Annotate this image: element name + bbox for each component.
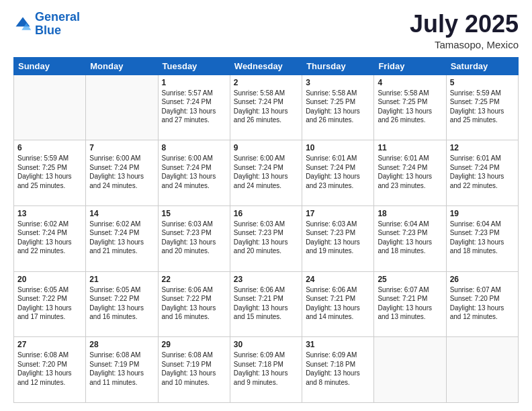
day-number: 25 bbox=[378, 275, 442, 284]
day-info: Sunrise: 6:01 AM Sunset: 7:24 PM Dayligh… bbox=[378, 154, 442, 190]
day-cell: 3Sunrise: 5:58 AM Sunset: 7:25 PM Daylig… bbox=[302, 75, 374, 140]
day-info: Sunrise: 5:58 AM Sunset: 7:24 PM Dayligh… bbox=[234, 89, 298, 125]
day-cell: 26Sunrise: 6:07 AM Sunset: 7:20 PM Dayli… bbox=[446, 271, 518, 337]
week-row-4: 20Sunrise: 6:05 AM Sunset: 7:22 PM Dayli… bbox=[14, 271, 519, 337]
day-info: Sunrise: 6:01 AM Sunset: 7:24 PM Dayligh… bbox=[306, 154, 370, 190]
day-info: Sunrise: 5:59 AM Sunset: 7:25 PM Dayligh… bbox=[17, 154, 82, 190]
week-row-3: 13Sunrise: 6:02 AM Sunset: 7:24 PM Dayli… bbox=[14, 205, 519, 271]
day-number: 21 bbox=[89, 275, 154, 284]
day-info: Sunrise: 6:00 AM Sunset: 7:24 PM Dayligh… bbox=[162, 154, 226, 190]
day-cell: 21Sunrise: 6:05 AM Sunset: 7:22 PM Dayli… bbox=[86, 271, 158, 337]
day-cell: 19Sunrise: 6:04 AM Sunset: 7:23 PM Dayli… bbox=[446, 205, 518, 271]
day-cell: 6Sunrise: 5:59 AM Sunset: 7:25 PM Daylig… bbox=[14, 140, 86, 206]
day-info: Sunrise: 6:04 AM Sunset: 7:23 PM Dayligh… bbox=[450, 220, 515, 256]
col-header-friday: Friday bbox=[374, 57, 446, 75]
day-number: 10 bbox=[306, 143, 370, 152]
day-cell: 18Sunrise: 6:04 AM Sunset: 7:23 PM Dayli… bbox=[374, 205, 446, 271]
col-header-wednesday: Wednesday bbox=[230, 57, 302, 75]
logo-icon bbox=[13, 15, 32, 34]
day-info: Sunrise: 5:59 AM Sunset: 7:25 PM Dayligh… bbox=[450, 89, 515, 125]
day-number: 3 bbox=[306, 78, 370, 87]
day-cell: 29Sunrise: 6:08 AM Sunset: 7:19 PM Dayli… bbox=[158, 337, 230, 403]
day-number: 29 bbox=[162, 340, 226, 349]
day-cell: 17Sunrise: 6:03 AM Sunset: 7:23 PM Dayli… bbox=[302, 205, 374, 271]
day-info: Sunrise: 6:03 AM Sunset: 7:23 PM Dayligh… bbox=[306, 220, 370, 256]
calendar-header-row: SundayMondayTuesdayWednesdayThursdayFrid… bbox=[14, 57, 519, 75]
day-cell: 16Sunrise: 6:03 AM Sunset: 7:23 PM Dayli… bbox=[230, 205, 302, 271]
day-cell: 15Sunrise: 6:03 AM Sunset: 7:23 PM Dayli… bbox=[158, 205, 230, 271]
day-number: 20 bbox=[17, 275, 82, 284]
location: Tamasopo, Mexico bbox=[410, 39, 519, 50]
month-title: July 2025 bbox=[410, 11, 519, 38]
day-number: 27 bbox=[17, 340, 82, 349]
day-number: 31 bbox=[306, 340, 370, 349]
day-info: Sunrise: 5:57 AM Sunset: 7:24 PM Dayligh… bbox=[162, 89, 226, 125]
day-cell: 11Sunrise: 6:01 AM Sunset: 7:24 PM Dayli… bbox=[374, 140, 446, 206]
day-cell: 31Sunrise: 6:09 AM Sunset: 7:18 PM Dayli… bbox=[302, 337, 374, 403]
col-header-tuesday: Tuesday bbox=[158, 57, 230, 75]
day-number: 8 bbox=[162, 143, 226, 152]
day-info: Sunrise: 6:09 AM Sunset: 7:18 PM Dayligh… bbox=[234, 351, 298, 387]
col-header-saturday: Saturday bbox=[446, 57, 518, 75]
day-cell: 8Sunrise: 6:00 AM Sunset: 7:24 PM Daylig… bbox=[158, 140, 230, 206]
day-number: 9 bbox=[234, 143, 298, 152]
logo-text: General Blue bbox=[35, 11, 80, 38]
day-cell: 7Sunrise: 6:00 AM Sunset: 7:24 PM Daylig… bbox=[86, 140, 158, 206]
col-header-monday: Monday bbox=[86, 57, 158, 75]
day-number: 4 bbox=[378, 78, 442, 87]
day-info: Sunrise: 6:01 AM Sunset: 7:24 PM Dayligh… bbox=[450, 154, 515, 190]
day-number: 1 bbox=[162, 78, 226, 87]
day-cell bbox=[86, 75, 158, 140]
day-info: Sunrise: 6:06 AM Sunset: 7:21 PM Dayligh… bbox=[306, 285, 370, 322]
logo: General Blue bbox=[13, 11, 80, 38]
day-info: Sunrise: 6:08 AM Sunset: 7:19 PM Dayligh… bbox=[89, 351, 154, 387]
day-info: Sunrise: 6:07 AM Sunset: 7:21 PM Dayligh… bbox=[378, 285, 442, 322]
day-info: Sunrise: 6:08 AM Sunset: 7:19 PM Dayligh… bbox=[162, 351, 226, 387]
day-number: 24 bbox=[306, 275, 370, 284]
day-cell: 28Sunrise: 6:08 AM Sunset: 7:19 PM Dayli… bbox=[86, 337, 158, 403]
day-cell: 30Sunrise: 6:09 AM Sunset: 7:18 PM Dayli… bbox=[230, 337, 302, 403]
day-cell: 12Sunrise: 6:01 AM Sunset: 7:24 PM Dayli… bbox=[446, 140, 518, 206]
logo-blue: Blue bbox=[35, 24, 61, 37]
col-header-sunday: Sunday bbox=[14, 57, 86, 75]
day-number: 6 bbox=[17, 143, 82, 152]
day-info: Sunrise: 6:00 AM Sunset: 7:24 PM Dayligh… bbox=[89, 154, 154, 190]
day-info: Sunrise: 6:05 AM Sunset: 7:22 PM Dayligh… bbox=[89, 285, 154, 322]
day-info: Sunrise: 6:00 AM Sunset: 7:24 PM Dayligh… bbox=[234, 154, 298, 190]
day-info: Sunrise: 6:02 AM Sunset: 7:24 PM Dayligh… bbox=[89, 220, 154, 256]
day-info: Sunrise: 6:06 AM Sunset: 7:21 PM Dayligh… bbox=[234, 285, 298, 322]
day-number: 5 bbox=[450, 78, 515, 87]
day-cell: 2Sunrise: 5:58 AM Sunset: 7:24 PM Daylig… bbox=[230, 75, 302, 140]
day-cell: 14Sunrise: 6:02 AM Sunset: 7:24 PM Dayli… bbox=[86, 205, 158, 271]
day-info: Sunrise: 5:58 AM Sunset: 7:25 PM Dayligh… bbox=[306, 89, 370, 125]
day-info: Sunrise: 6:04 AM Sunset: 7:23 PM Dayligh… bbox=[378, 220, 442, 256]
col-header-thursday: Thursday bbox=[302, 57, 374, 75]
day-cell: 20Sunrise: 6:05 AM Sunset: 7:22 PM Dayli… bbox=[14, 271, 86, 337]
day-info: Sunrise: 6:03 AM Sunset: 7:23 PM Dayligh… bbox=[162, 220, 226, 256]
day-number: 22 bbox=[162, 275, 226, 284]
week-row-1: 1Sunrise: 5:57 AM Sunset: 7:24 PM Daylig… bbox=[14, 75, 519, 140]
day-cell: 27Sunrise: 6:08 AM Sunset: 7:20 PM Dayli… bbox=[14, 337, 86, 403]
day-info: Sunrise: 6:07 AM Sunset: 7:20 PM Dayligh… bbox=[450, 285, 515, 322]
day-number: 19 bbox=[450, 209, 515, 218]
logo-general: General bbox=[35, 10, 80, 24]
day-number: 26 bbox=[450, 275, 515, 284]
day-cell: 24Sunrise: 6:06 AM Sunset: 7:21 PM Dayli… bbox=[302, 271, 374, 337]
day-cell: 13Sunrise: 6:02 AM Sunset: 7:24 PM Dayli… bbox=[14, 205, 86, 271]
day-number: 13 bbox=[17, 209, 82, 218]
week-row-5: 27Sunrise: 6:08 AM Sunset: 7:20 PM Dayli… bbox=[14, 337, 519, 403]
day-number: 2 bbox=[234, 78, 298, 87]
day-cell: 23Sunrise: 6:06 AM Sunset: 7:21 PM Dayli… bbox=[230, 271, 302, 337]
day-cell: 1Sunrise: 5:57 AM Sunset: 7:24 PM Daylig… bbox=[158, 75, 230, 140]
day-cell bbox=[446, 337, 518, 403]
day-number: 16 bbox=[234, 209, 298, 218]
calendar-table: SundayMondayTuesdayWednesdayThursdayFrid… bbox=[13, 57, 519, 403]
day-cell: 9Sunrise: 6:00 AM Sunset: 7:24 PM Daylig… bbox=[230, 140, 302, 206]
day-info: Sunrise: 6:05 AM Sunset: 7:22 PM Dayligh… bbox=[17, 285, 82, 322]
page: General Blue July 2025 Tamasopo, Mexico … bbox=[0, 0, 532, 411]
day-cell: 4Sunrise: 5:58 AM Sunset: 7:25 PM Daylig… bbox=[374, 75, 446, 140]
day-cell bbox=[374, 337, 446, 403]
day-number: 23 bbox=[234, 275, 298, 284]
day-cell: 25Sunrise: 6:07 AM Sunset: 7:21 PM Dayli… bbox=[374, 271, 446, 337]
day-number: 15 bbox=[162, 209, 226, 218]
